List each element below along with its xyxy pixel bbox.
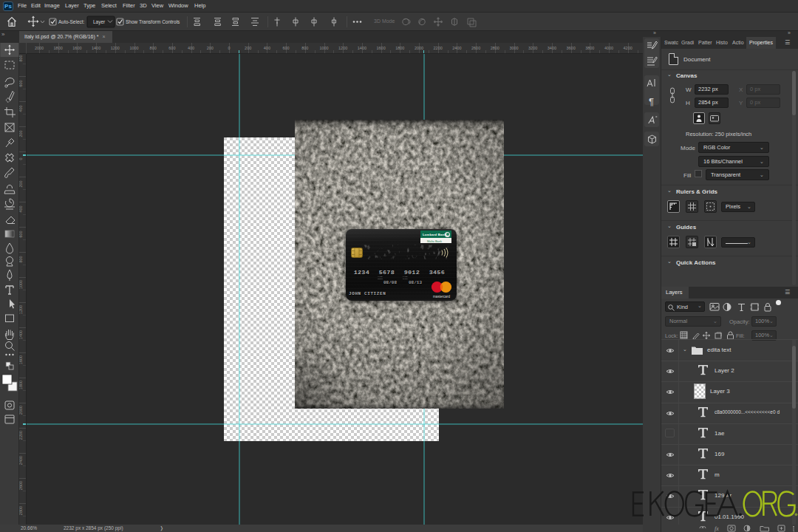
svg-text:mastercard: mastercard (433, 295, 450, 299)
svg-text:¶: ¶ (649, 96, 654, 107)
svg-text:fx: fx (715, 525, 719, 532)
